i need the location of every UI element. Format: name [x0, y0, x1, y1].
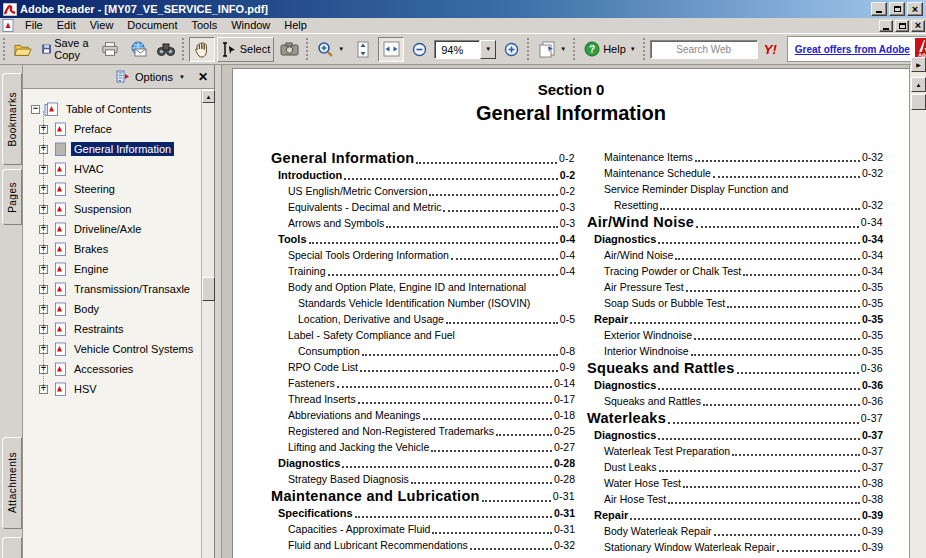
page-layout-button[interactable]: ▼: [534, 37, 570, 62]
expand-icon[interactable]: +: [39, 145, 48, 154]
menu-window[interactable]: Window: [224, 18, 277, 33]
toc-entry[interactable]: Interior Windnoise0-35: [587, 343, 883, 359]
toc-entry[interactable]: RPO Code List0-9: [271, 359, 575, 375]
fit-width-button[interactable]: [378, 37, 404, 62]
menu-file[interactable]: File: [18, 18, 50, 33]
toolbar-gripper[interactable]: [182, 38, 184, 60]
snapshot-button[interactable]: [276, 37, 303, 62]
toc-entry[interactable]: Maintenance and Lubrication0-31: [271, 487, 575, 505]
zoom-in-button[interactable]: [498, 37, 524, 62]
toc-entry[interactable]: Diagnostics0-28: [271, 455, 575, 471]
toc-entry[interactable]: General Information0-2: [271, 149, 575, 167]
search-button[interactable]: [153, 37, 179, 62]
toc-entry[interactable]: Thread Inserts0-17: [271, 391, 575, 407]
minimize-button[interactable]: [871, 2, 887, 16]
toc-entry[interactable]: Service Reminder Display Function andRes…: [587, 181, 883, 213]
bookmark-item[interactable]: +Transmission/Transaxle: [35, 279, 200, 299]
page-layout-dropdown[interactable]: ▼: [560, 46, 566, 52]
toc-entry[interactable]: Squeaks and Rattles0-36: [587, 393, 883, 409]
toolbar-gripper[interactable]: [306, 38, 308, 60]
bookmark-item[interactable]: +Brakes: [35, 239, 200, 259]
expand-icon[interactable]: +: [39, 265, 48, 274]
toc-entry[interactable]: Diagnostics0-34: [587, 231, 883, 247]
toc-entry[interactable]: Squeaks and Rattles0-36: [587, 359, 883, 377]
menu-view[interactable]: View: [83, 18, 121, 33]
toc-entry[interactable]: Diagnostics0-36: [587, 377, 883, 393]
toc-entry[interactable]: Registered and Non-Registered Trademarks…: [271, 423, 575, 439]
options-dropdown-arrow[interactable]: ▼: [179, 74, 185, 80]
expand-icon[interactable]: +: [39, 205, 48, 214]
scroll-thumb[interactable]: [911, 94, 926, 110]
expand-icon[interactable]: +: [39, 125, 48, 134]
toc-entry[interactable]: Water Hose Test0-38: [587, 475, 883, 491]
email-button[interactable]: [125, 37, 151, 62]
toc-entry[interactable]: Diagnostics0-37: [587, 427, 883, 443]
bookmark-item[interactable]: +HSV: [35, 379, 200, 399]
toc-entry[interactable]: Strategy Based Diagnosis0-28: [271, 471, 575, 487]
doc-close-button[interactable]: ×: [911, 20, 925, 32]
expand-icon[interactable]: +: [39, 345, 48, 354]
toc-entry[interactable]: Maintenance Items0-32: [587, 149, 883, 165]
menu-edit[interactable]: Edit: [50, 18, 83, 33]
toc-entry[interactable]: Special Tools Ordering Information0-4: [271, 247, 575, 263]
hand-tool-button[interactable]: [189, 37, 215, 62]
toolbar-gripper[interactable]: [643, 38, 645, 60]
toc-entry[interactable]: Exterior Windnoise0-35: [587, 327, 883, 343]
close-button[interactable]: ×: [907, 2, 923, 16]
select-tool-button[interactable]: Select: [217, 37, 275, 62]
menu-document[interactable]: Document: [120, 18, 184, 33]
panel-splitter[interactable]: [215, 65, 222, 558]
toc-entry[interactable]: Lifting and Jacking the Vehicle0-27: [271, 439, 575, 455]
toc-entry[interactable]: Fasteners0-14: [271, 375, 575, 391]
restore-button[interactable]: [889, 2, 905, 16]
document-scrollbar[interactable]: ▶ ▲: [909, 65, 926, 558]
zoom-tool-button[interactable]: ▼: [313, 37, 348, 62]
menu-help[interactable]: Help: [277, 18, 314, 33]
save-a-copy-button[interactable]: Save a Copy: [38, 37, 95, 62]
toolbar-gripper[interactable]: [3, 38, 5, 60]
expand-icon[interactable]: +: [39, 305, 48, 314]
toc-entry[interactable]: Stationary Window Waterleak Repair0-39: [587, 539, 883, 555]
yahoo-icon[interactable]: Y!: [764, 42, 777, 57]
bookmark-item[interactable]: +General Information: [35, 139, 200, 159]
toc-entry[interactable]: Label - Safety Compliance and FuelConsum…: [271, 327, 575, 359]
expand-icon[interactable]: +: [39, 245, 48, 254]
sidebar-tab-bookmarks[interactable]: Bookmarks: [2, 73, 22, 165]
toc-entry[interactable]: Soap Suds or Bubble Test0-35: [587, 295, 883, 311]
sidebar-tab-pages[interactable]: Pages: [2, 169, 22, 225]
sidebar-tab-attachments[interactable]: Attachments: [2, 437, 22, 529]
toc-entry[interactable]: Repair0-39: [587, 507, 883, 523]
toc-entry[interactable]: Introduction0-2: [271, 167, 575, 183]
bookmark-item[interactable]: +Suspension: [35, 199, 200, 219]
fit-page-button[interactable]: [350, 37, 376, 62]
bookmark-item[interactable]: +Vehicle Control Systems: [35, 339, 200, 359]
toolbar-overflow-icon[interactable]: ▶: [911, 57, 926, 72]
toc-entry[interactable]: Air Hose Test0-38: [587, 491, 883, 507]
zoom-out-button[interactable]: [406, 37, 432, 62]
expand-icon[interactable]: +: [39, 165, 48, 174]
bookmark-item[interactable]: +Accessories: [35, 359, 200, 379]
toolbar-gripper[interactable]: [527, 38, 529, 60]
expand-icon[interactable]: +: [39, 365, 48, 374]
toc-entry[interactable]: Air Pressure Test0-35: [587, 279, 883, 295]
bookmark-item[interactable]: +Driveline/Axle: [35, 219, 200, 239]
toc-entry[interactable]: Tools0-4: [271, 231, 575, 247]
web-search-input[interactable]: [650, 40, 758, 59]
bookmarks-scroll-up-icon[interactable]: ▲: [202, 90, 215, 103]
toc-entry[interactable]: Repair0-35: [587, 311, 883, 327]
bookmark-item[interactable]: +Engine: [35, 259, 200, 279]
panel-close-icon[interactable]: ✕: [198, 70, 208, 84]
zoom-tool-dropdown[interactable]: ▼: [338, 46, 344, 52]
toc-entry[interactable]: Arrows and Symbols0-3: [271, 215, 575, 231]
toc-entry[interactable]: Abbreviations and Meanings0-18: [271, 407, 575, 423]
toc-entry[interactable]: Equivalents - Decimal and Metric0-3: [271, 199, 575, 215]
bookmark-item[interactable]: +Restraints: [35, 319, 200, 339]
options-button[interactable]: Options: [135, 71, 173, 83]
toc-entry[interactable]: Body and Option Plate, Engine ID and Int…: [271, 279, 575, 327]
toc-entry[interactable]: Waterleak Test Preparation0-37: [587, 443, 883, 459]
toolbar-gripper[interactable]: [573, 38, 575, 60]
toc-entry[interactable]: Training0-4: [271, 263, 575, 279]
expand-icon[interactable]: +: [39, 285, 48, 294]
toc-entry[interactable]: Body Waterleak Repair0-39: [587, 523, 883, 539]
toc-entry[interactable]: Tracing Powder or Chalk Test0-34: [587, 263, 883, 279]
